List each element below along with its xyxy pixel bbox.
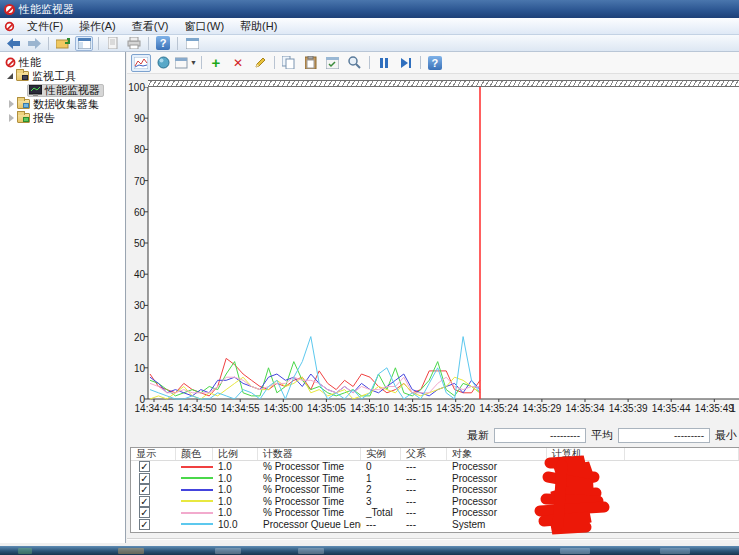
column-header-show[interactable]: 显示 — [131, 448, 176, 460]
tree-item-data-collector-sets[interactable]: 数据收集器集 — [0, 97, 125, 111]
show-checkbox[interactable]: ✓ — [139, 496, 150, 507]
toolbar-separator — [177, 37, 178, 50]
tree-item-label: 报告 — [33, 111, 55, 126]
x-axis-tick-label: 14:35:10 — [350, 403, 389, 414]
x-axis-tick-label: 14:35:00 — [264, 403, 303, 414]
show-checkbox[interactable]: ✓ — [139, 519, 150, 530]
document-icon[interactable] — [104, 36, 122, 51]
x-axis-tick-label: 14:35:49 — [695, 403, 734, 414]
title-bar[interactable]: 性能监视器 — [0, 0, 739, 18]
latest-label: 最新 — [467, 428, 489, 443]
details-pane: ▼ + ✕ ? — [127, 52, 739, 543]
x-axis-tick-label: 14:35:29 — [522, 403, 561, 414]
x-axis-tick-label: 14:34:55 — [221, 403, 260, 414]
value-bar: 最新 --------- 平均 --------- 最小 — [467, 428, 737, 443]
view-log-data-button[interactable]: ▼ — [175, 54, 197, 72]
freeze-display-button[interactable] — [374, 54, 394, 72]
back-icon[interactable] — [4, 36, 22, 51]
performance-monitor-window: 性能监视器 文件(F) 操作(A) 查看(V) 窗口(W) 帮助(H) — [0, 0, 739, 546]
toolbar-separator — [201, 56, 202, 69]
performance-root-icon — [6, 57, 16, 67]
column-header-scale[interactable]: 比例 — [213, 448, 258, 460]
tree-item-label: 数据收集器集 — [33, 97, 99, 112]
console-tree: 性能 监视工具 性能监视器 数据收集器集 报告 — [0, 52, 126, 543]
expander-closed-icon[interactable] — [9, 100, 14, 108]
tree-item-label: 监视工具 — [32, 69, 76, 84]
tree-item-reports[interactable]: 报告 — [0, 111, 125, 125]
tree-item-performance-monitor[interactable]: 性能监视器 — [0, 83, 125, 97]
zoom-icon[interactable] — [345, 54, 365, 72]
x-axis-tick-label: 14:35:34 — [566, 403, 605, 414]
counter-color-line — [181, 477, 213, 479]
menu-action[interactable]: 操作(A) — [71, 18, 124, 35]
pane-divider — [127, 538, 739, 540]
column-header-color[interactable]: 颜色 — [176, 448, 213, 460]
tree-item-label: 性能监视器 — [45, 83, 100, 98]
x-axis-tick-label: 14:35:39 — [609, 403, 648, 414]
column-header-instance[interactable]: 实例 — [361, 448, 401, 460]
monitor-icon — [29, 85, 42, 96]
paste-counter-list-icon[interactable] — [301, 54, 321, 72]
reports-folder-icon — [17, 113, 30, 123]
console-tree-toggle-icon[interactable] — [75, 36, 93, 51]
chart-type-button[interactable] — [131, 54, 151, 72]
average-label: 平均 — [591, 428, 613, 443]
dropdown-arrow-icon: ▼ — [190, 59, 197, 66]
counter-color-line — [181, 523, 213, 525]
counter-color-line — [181, 466, 213, 468]
data-collector-folder-icon — [17, 99, 30, 109]
show-checkbox[interactable]: ✓ — [139, 473, 150, 484]
selected-tree-item: 性能监视器 — [27, 84, 104, 97]
latest-value-box: --------- — [494, 428, 586, 443]
delete-counter-button[interactable]: ✕ — [228, 54, 248, 72]
monitoring-tools-folder-icon — [16, 71, 29, 81]
column-header-counter[interactable]: 计数器 — [258, 448, 361, 460]
toolbar-separator — [369, 56, 370, 69]
x-axis-labels: 14:34:4514:34:5014:34:5514:35:0014:35:05… — [148, 403, 739, 416]
new-window-icon[interactable] — [183, 36, 201, 51]
toolbar-separator — [148, 37, 149, 50]
menu-help[interactable]: 帮助(H) — [232, 18, 285, 35]
x-axis-tick-label: 14:34:50 — [178, 403, 217, 414]
help-button[interactable]: ? — [425, 54, 445, 72]
help-icon[interactable]: ? — [154, 36, 172, 51]
forward-icon[interactable] — [25, 36, 43, 51]
show-checkbox[interactable]: ✓ — [139, 507, 150, 518]
tree-root-performance[interactable]: 性能 — [0, 55, 125, 69]
export-icon[interactable] — [54, 36, 72, 51]
toolbar-separator — [98, 37, 99, 50]
printer-icon[interactable] — [125, 36, 143, 51]
column-header-parent[interactable]: 父系 — [401, 448, 447, 460]
x-axis-tick-label: 1 — [730, 403, 736, 414]
menu-view[interactable]: 查看(V) — [124, 18, 177, 35]
redaction-scribble — [532, 455, 662, 537]
average-value-box: --------- — [618, 428, 710, 443]
x-axis-tick-label: 14:35:05 — [307, 403, 346, 414]
show-checkbox[interactable]: ✓ — [139, 461, 150, 472]
menu-window[interactable]: 窗口(W) — [176, 18, 232, 35]
show-checkbox[interactable]: ✓ — [139, 484, 150, 495]
menu-file[interactable]: 文件(F) — [19, 18, 71, 35]
taskbar[interactable] — [0, 546, 739, 555]
highlight-pencil-icon[interactable] — [250, 54, 270, 72]
expander-open-icon[interactable] — [7, 73, 13, 79]
copy-properties-icon[interactable] — [279, 54, 299, 72]
perfmon-toolbar: ▼ + ✕ ? — [127, 52, 739, 74]
chart-top-hatch-band — [148, 80, 739, 87]
x-axis-tick-label: 14:35:15 — [393, 403, 432, 414]
main-toolbar: ? — [0, 35, 739, 52]
performance-chart — [142, 87, 739, 403]
counter-color-line — [181, 512, 213, 514]
tree-item-monitoring-tools[interactable]: 监视工具 — [0, 69, 125, 83]
perfmon-app-icon — [4, 4, 15, 15]
update-data-button[interactable] — [396, 54, 416, 72]
view-current-activity-icon[interactable] — [153, 54, 173, 72]
x-axis-tick-label: 14:35:24 — [479, 403, 518, 414]
properties-icon[interactable] — [323, 54, 343, 72]
counter-color-line — [181, 489, 213, 491]
menu-bar: 文件(F) 操作(A) 查看(V) 窗口(W) 帮助(H) — [0, 18, 739, 35]
x-axis-tick-label: 14:35:44 — [652, 403, 691, 414]
add-counter-button[interactable]: + — [206, 54, 226, 72]
counter-color-line — [181, 500, 213, 502]
expander-closed-icon[interactable] — [9, 114, 14, 122]
